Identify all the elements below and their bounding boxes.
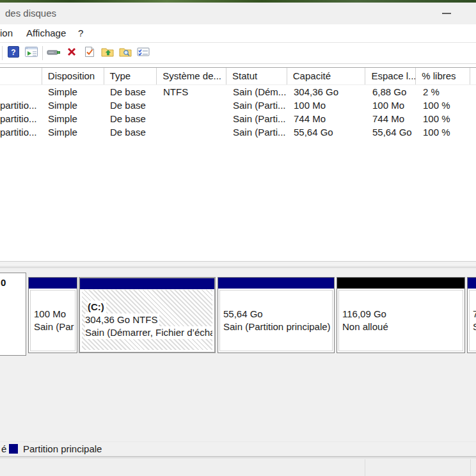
background-divider [470,459,471,476]
cell-capacite: 100 Mo [288,99,367,112]
cell-statut: Sain (Parti... [227,112,288,125]
partition-size: 100 Mo [34,308,75,321]
table-row[interactable]: partitio... Simple De base Sain (Parti..… [0,125,476,139]
menu-item-action[interactable]: ion [0,24,13,42]
column-header-filesystem[interactable]: Système de... [157,68,226,84]
column-header-pct-libres[interactable]: % libres [416,68,470,84]
partition-info: 116,09 Go Non alloué [338,290,463,351]
cell-espace: 6,88 Go [367,85,417,99]
column-header-volume[interactable] [0,68,42,84]
partition-color-bar [468,278,476,289]
cell-capacite: 304,36 Go [288,85,367,99]
toolbar: ? [0,43,476,64]
partition-size: 116,09 Go [342,308,463,321]
partition-color-bar [218,278,334,289]
background-divider [365,459,365,476]
check-disk-button[interactable] [81,45,99,61]
menu-bar: ion Affichage ? [0,24,476,43]
menu-item-affichage[interactable]: Affichage [26,24,66,42]
cell-libres: 100 % [417,112,472,125]
partition-primary-55[interactable]: 55,64 Go Sain (Partition principale) [218,277,335,353]
cell-capacite: 744 Mo [288,112,367,125]
cell-espace: 55,64 Go [367,125,417,139]
console-window-button[interactable] [22,45,40,61]
svg-text:?: ? [11,48,15,57]
cell-disposition: Simple [42,112,104,125]
volume-list: Disposition Type Système de... Statut Ca… [0,64,476,261]
cell-espace: 100 Mo [367,99,417,112]
partition-status: Sain (Partition principale) [223,321,332,333]
partition-info: 55,64 Go Sain (Partition principale) [219,290,333,351]
column-header-disposition[interactable]: Disposition [42,68,104,84]
disk-drive-icon [47,47,61,60]
folder-up-icon [101,47,114,60]
partition-size: 304,36 Go NTFS [85,313,159,326]
minimize-button[interactable] [432,3,461,24]
help-icon: ? [8,46,19,60]
search-button[interactable] [116,45,134,61]
toolbar-separator [42,46,43,60]
partition-system-reserved[interactable]: 100 Mo Sain (Par [28,277,77,353]
legend-bar: é Partition principale [0,441,476,456]
table-row[interactable]: partitio... Simple De base Sain (Parti..… [0,99,476,112]
cell-statut: Sain (Parti... [227,125,288,139]
partition-letter: (C:) [88,301,106,313]
menu-item-help[interactable]: ? [78,24,83,42]
background-area [0,458,476,476]
column-header-type[interactable]: Type [104,68,157,84]
disk-number-label: 0 [0,273,26,288]
delete-button[interactable] [63,45,81,61]
cell-disposition: Simple [42,125,104,139]
column-header-espace-libre[interactable]: Espace l... [365,68,416,84]
cell-type: De base [104,85,157,99]
checklist-icon [137,47,150,60]
console-window-icon [25,47,38,60]
disk-info-panel[interactable]: 0 [0,273,26,356]
partition-info: 744 Mo Sain (Pa [469,290,476,351]
cell-filesystem [157,112,227,125]
cell-libres: 100 % [417,99,472,112]
partition-color-bar [337,278,464,289]
cell-statut: Sain (Dém... [227,85,288,99]
cell-type: De base [104,112,157,125]
attach-vhd-button[interactable] [45,45,63,61]
column-header-filler [470,68,476,84]
cell-disposition: Simple [42,85,104,99]
export-button[interactable] [99,45,116,61]
cell-volume: partitio... [0,125,42,139]
cell-libres: 2 % [417,85,472,99]
cell-statut: Sain (Parti... [227,99,288,112]
cell-filesystem: NTFS [157,85,227,99]
column-header-statut[interactable]: Statut [226,68,287,84]
cell-espace: 744 Mo [367,112,417,125]
cell-type: De base [104,125,157,139]
cell-volume: partitio... [0,99,42,112]
partition-unallocated[interactable]: 116,09 Go Non alloué [337,277,465,353]
partition-size: 744 Mo [473,308,476,321]
panel-splitter[interactable] [0,261,476,267]
graphical-view: 0 100 Mo Sain (Par (C:) 304,36 Go NTFS S… [0,267,476,441]
cell-filesystem [157,125,227,139]
legend-primary-label: Partition principale [23,442,102,456]
partition-status: Non alloué [342,321,463,333]
legend-primary-swatch [9,444,18,454]
cell-type: De base [104,99,157,112]
volume-list-header: Disposition Type Système de... Statut Ca… [0,67,476,85]
partition-c-selected[interactable]: (C:) 304,36 Go NTFS Sain (Démarrer, Fich… [79,277,216,353]
partition-color-bar [80,278,214,289]
table-row[interactable]: Simple De base NTFS Sain (Dém... 304,36 … [0,85,476,99]
cell-disposition: Simple [42,99,104,112]
properties-button[interactable] [134,45,152,61]
partition-status: Sain (Pa [473,321,476,333]
delete-x-icon [66,46,77,60]
partition-info: (C:) 304,36 Go NTFS Sain (Démarrer, Fich… [82,290,212,350]
check-document-icon [84,46,95,60]
help-button[interactable]: ? [4,45,22,61]
cell-volume [0,85,42,99]
partition-status: Sain (Démarrer, Fichier d’écha [85,326,212,339]
minimize-icon [442,13,451,14]
partition-primary-744[interactable]: 744 Mo Sain (Pa [467,277,476,353]
column-header-capacite[interactable]: Capacité [287,68,366,84]
table-row[interactable]: partitio... Simple De base Sain (Parti..… [0,112,476,125]
toolbar-separator [2,46,3,60]
